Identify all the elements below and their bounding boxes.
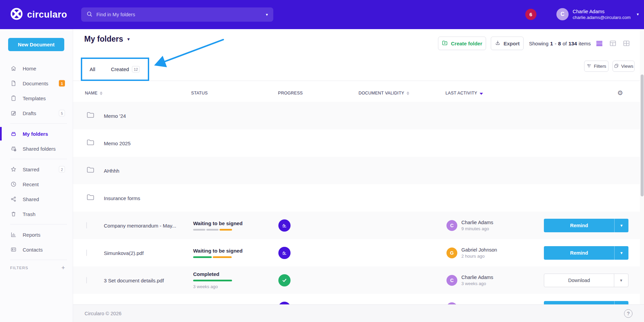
row-status: Completed 3 weeks ago bbox=[193, 266, 232, 294]
column-header-status[interactable]: STATUS bbox=[191, 84, 208, 102]
page-title-caret-icon[interactable]: ▼ bbox=[127, 37, 131, 42]
folder-icon bbox=[86, 111, 95, 121]
pagination-summary: Showing 1 - 8 of 134 items bbox=[529, 37, 591, 50]
sidebar-item-contacts[interactable]: Contacts bbox=[0, 242, 73, 257]
table-view-icon[interactable] bbox=[609, 40, 617, 47]
row-last-activity: C Charlie Adams 9 minutes ago bbox=[446, 219, 493, 232]
actor-time: 3 weeks ago bbox=[461, 281, 493, 286]
create-folder-button[interactable]: Create folder bbox=[438, 37, 486, 50]
remind-dropdown-caret-icon[interactable]: ▼ bbox=[614, 219, 628, 232]
sidebar-item-recent[interactable]: Recent bbox=[0, 177, 73, 192]
folder-icon bbox=[86, 166, 95, 175]
share-icon bbox=[10, 196, 17, 202]
table-row[interactable]: 3 Set document details.pdf Completed 3 w… bbox=[73, 266, 640, 294]
row-name: Memo 2025 bbox=[104, 140, 131, 146]
progress-bar bbox=[193, 280, 232, 281]
actor-avatar: C bbox=[446, 275, 457, 286]
sidebar-filters-section: FILTERS + bbox=[0, 263, 73, 273]
completed-check-icon bbox=[278, 274, 291, 286]
home-icon bbox=[10, 65, 17, 72]
drafts-count-badge: 5 bbox=[59, 110, 65, 116]
user-avatar: C bbox=[556, 8, 569, 20]
created-count-badge: 12 bbox=[132, 66, 139, 72]
main-content: My folders ▼ Create folder Export Showin… bbox=[73, 29, 644, 322]
shared-folder-tray-icon bbox=[10, 145, 17, 152]
contact-card-icon bbox=[10, 246, 17, 253]
row-last-activity: C Charlie Adams 3 weeks ago bbox=[446, 274, 493, 286]
filters-icon bbox=[586, 63, 592, 69]
trash-icon bbox=[10, 211, 17, 217]
tab-all[interactable]: All bbox=[84, 58, 101, 81]
sidebar-item-documents[interactable]: Documents 1 bbox=[0, 76, 73, 91]
table-row[interactable]: Company memorandum - May... Waiting to b… bbox=[73, 212, 640, 239]
remind-dropdown-caret-icon[interactable]: ▼ bbox=[614, 246, 628, 260]
filters-button[interactable]: Filters bbox=[584, 61, 608, 72]
new-document-button[interactable]: New Document bbox=[8, 38, 64, 51]
global-search[interactable]: ▾ bbox=[81, 7, 273, 22]
export-button[interactable]: Export bbox=[491, 37, 524, 50]
table-row[interactable]: AHhhh bbox=[73, 157, 640, 184]
table-row[interactable]: Memo '24 bbox=[73, 102, 640, 129]
search-input[interactable] bbox=[96, 12, 262, 17]
folder-tabs: All Created 12 bbox=[73, 58, 644, 81]
download-button[interactable]: Download ▼ bbox=[544, 274, 628, 287]
table-row[interactable]: Memo 2025 bbox=[73, 129, 640, 157]
search-icon bbox=[87, 11, 92, 18]
column-header-progress[interactable]: PROGRESS bbox=[278, 84, 303, 102]
progress-bar bbox=[193, 229, 243, 231]
notification-badge[interactable]: 6 bbox=[525, 9, 536, 20]
copyright-text: Circularo © 2026 bbox=[85, 311, 121, 316]
actor-time: 9 minutes ago bbox=[461, 226, 493, 232]
actor-avatar: C bbox=[446, 220, 457, 231]
sidebar-divider bbox=[10, 224, 67, 224]
sidebar-item-my-folders[interactable]: My folders bbox=[0, 126, 73, 141]
sidebar-item-home[interactable]: Home bbox=[0, 61, 73, 76]
clipboard-icon bbox=[10, 95, 17, 102]
table-row[interactable]: Insurance forms bbox=[73, 184, 640, 212]
scrollbar-thumb[interactable] bbox=[641, 74, 644, 196]
row-name: 3 Set document details.pdf bbox=[104, 277, 164, 283]
add-filter-button[interactable]: + bbox=[61, 265, 65, 271]
folder-icon bbox=[86, 138, 95, 148]
brand[interactable]: circularo bbox=[10, 0, 67, 29]
document-icon bbox=[10, 80, 17, 87]
sidebar-item-shared[interactable]: Shared bbox=[0, 192, 73, 207]
table-body: Memo '24 Memo 2025 AHhhh Insurance forms… bbox=[73, 102, 640, 321]
user-menu[interactable]: C Charlie Adams charlie.adams@circularo.… bbox=[556, 8, 639, 20]
row-progress-badge bbox=[278, 219, 291, 232]
sidebar-item-drafts[interactable]: Drafts 5 bbox=[0, 106, 73, 121]
remind-button[interactable]: Remind ▼ bbox=[544, 219, 628, 232]
grid-view-icon[interactable] bbox=[623, 40, 630, 47]
sidebar-item-reports[interactable]: Reports bbox=[0, 227, 73, 242]
actor-time: 2 hours ago bbox=[461, 253, 497, 259]
row-status: Waiting to be signed bbox=[193, 239, 243, 266]
help-icon[interactable]: ? bbox=[624, 309, 632, 318]
table-row[interactable]: Simunkova(2).pdf Waiting to be signed G … bbox=[73, 239, 640, 266]
download-dropdown-caret-icon[interactable]: ▼ bbox=[614, 274, 628, 287]
tab-created[interactable]: Created 12 bbox=[108, 58, 142, 81]
sort-icon bbox=[407, 91, 409, 95]
views-button[interactable]: Views bbox=[613, 61, 635, 72]
column-header-name[interactable]: NAME bbox=[85, 84, 102, 102]
search-scope-caret-icon[interactable]: ▾ bbox=[266, 12, 268, 17]
sidebar-item-shared-folders[interactable]: Shared folders bbox=[0, 141, 73, 156]
row-name: Memo '24 bbox=[104, 113, 126, 119]
column-header-last-activity[interactable]: LAST ACTIVITY bbox=[445, 84, 483, 102]
column-header-document-validity[interactable]: DOCUMENT VALIDITY bbox=[359, 84, 409, 102]
sidebar-item-trash[interactable]: Trash bbox=[0, 207, 73, 221]
table-settings-gear-icon[interactable]: ⚙ bbox=[617, 89, 623, 96]
list-view-icon[interactable] bbox=[596, 40, 603, 47]
sidebar-item-starred[interactable]: Starred 2 bbox=[0, 162, 73, 177]
page-title[interactable]: My folders ▼ bbox=[84, 35, 131, 44]
row-last-activity: G Gabriel Johnson 2 hours ago bbox=[446, 247, 497, 259]
create-folder-icon bbox=[442, 40, 448, 47]
status-time: 3 weeks ago bbox=[193, 284, 232, 289]
circularo-logo-icon bbox=[10, 7, 23, 22]
star-icon bbox=[10, 166, 17, 173]
row-status: Waiting to be signed bbox=[193, 212, 243, 239]
sort-icon bbox=[100, 91, 102, 95]
user-menu-caret-icon[interactable]: ▾ bbox=[637, 12, 639, 17]
view-switcher bbox=[596, 40, 630, 47]
remind-button[interactable]: Remind ▼ bbox=[544, 246, 628, 260]
sidebar-item-templates[interactable]: Templates bbox=[0, 91, 73, 106]
